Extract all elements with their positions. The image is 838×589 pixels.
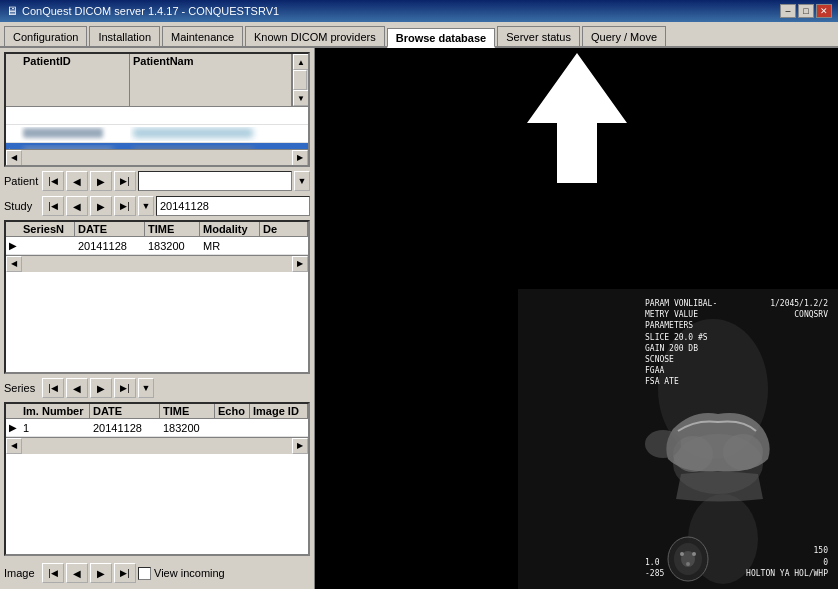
patient-table: PatientID PatientNam ▲ ▼ (4, 52, 310, 167)
image-table-hscroll[interactable]: ◀ ▶ (6, 437, 308, 453)
patient-id-cell (20, 115, 130, 117)
scroll-up-arrow[interactable]: ▲ (293, 54, 309, 70)
table-row[interactable]: ▶ 20141128 183200 MR (6, 237, 308, 255)
patient-name-header: PatientNam (130, 54, 292, 106)
patient-first-btn[interactable]: |◀ (42, 171, 64, 191)
patient-last-btn[interactable]: ▶| (114, 171, 136, 191)
tab-browse-database[interactable]: Browse database (387, 28, 495, 48)
tab-configuration[interactable]: Configuration (4, 26, 87, 46)
overlay-text-top-right: 1/2045/1.2/2 CONQSRV (770, 298, 828, 320)
overlay-text-bottom-left: 1.0 -285 (645, 557, 664, 579)
series-table-hscroll[interactable]: ◀ ▶ (6, 255, 308, 271)
patient-nav-row: Patient |◀ ◀ ▶ ▶| ▼ (4, 170, 310, 192)
image-prev-btn[interactable]: ◀ (66, 563, 88, 583)
patient-search-field[interactable] (138, 171, 292, 191)
scroll-down-arrow[interactable]: ▼ (293, 90, 309, 106)
image-last-btn[interactable]: ▶| (114, 563, 136, 583)
hscroll-right[interactable]: ▶ (292, 256, 308, 272)
main-content: PatientID PatientNam ▲ ▼ (0, 48, 838, 589)
image-table-header: Im. Number DATE TIME Echo Image ID (6, 404, 308, 419)
series-prev-btn[interactable]: ◀ (66, 378, 88, 398)
study-prev-btn[interactable]: ◀ (66, 196, 88, 216)
series-table-header: SeriesN DATE TIME Modality De (6, 222, 308, 237)
series-last-btn[interactable]: ▶| (114, 378, 136, 398)
hscroll-right[interactable]: ▶ (292, 438, 308, 454)
patient-next-btn[interactable]: ▶ (90, 171, 112, 191)
study-last-btn[interactable]: ▶| (114, 196, 136, 216)
series-date-header: DATE (75, 222, 145, 236)
row-indicator: ▶ (6, 422, 20, 433)
tab-server-status[interactable]: Server status (497, 26, 580, 46)
image-next-btn[interactable]: ▶ (90, 563, 112, 583)
image-nav-label: Image (4, 567, 40, 579)
table-row[interactable] (6, 125, 308, 143)
series-nav-label: Series (4, 382, 40, 394)
dicom-arrow-indicator (527, 53, 627, 183)
study-first-btn[interactable]: |◀ (42, 196, 64, 216)
series-first-btn[interactable]: |◀ (42, 378, 64, 398)
series-nav-row: Series |◀ ◀ ▶ ▶| ▼ (4, 377, 310, 399)
dicom-viewer: PARAM VONLIBAL- METRY VALUE PARAMETERS S… (315, 48, 838, 589)
header-indicator-spacer (6, 222, 20, 236)
scroll-thumb[interactable] (293, 70, 307, 90)
header-indicator-spacer (6, 54, 20, 106)
patient-combo-btn[interactable]: ▼ (294, 171, 310, 191)
study-next-btn[interactable]: ▶ (90, 196, 112, 216)
hscroll-left[interactable]: ◀ (6, 438, 22, 454)
patient-table-rows: ▶ (6, 107, 308, 149)
hscroll-left[interactable]: ◀ (6, 150, 22, 166)
series-combo-btn[interactable]: ▼ (138, 378, 154, 398)
series-time-header: TIME (145, 222, 200, 236)
patient-name-cell (130, 115, 308, 117)
tab-query-move[interactable]: Query / Move (582, 26, 666, 46)
app-icon: 🖥 (6, 4, 18, 18)
study-nav-row: Study |◀ ◀ ▶ ▶| ▼ 20141128 (4, 195, 310, 217)
image-date-header: DATE (90, 404, 160, 418)
image-time-cell: 183200 (160, 421, 215, 435)
image-id-cell (250, 427, 308, 429)
table-row[interactable]: ▶ 1 20141128 183200 (6, 419, 308, 437)
patient-table-hscroll[interactable]: ◀ ▶ (6, 149, 308, 165)
hscroll-right[interactable]: ▶ (292, 150, 308, 166)
tab-bar: Configuration Installation Maintenance K… (0, 22, 838, 48)
hscroll-track (22, 256, 292, 272)
image-number-header: Im. Number (20, 404, 90, 418)
maximize-button[interactable]: □ (798, 4, 814, 18)
series-time-cell: 183200 (145, 239, 200, 253)
patient-table-data: ▶ (6, 107, 308, 149)
svg-point-13 (686, 562, 690, 566)
series-next-btn[interactable]: ▶ (90, 378, 112, 398)
image-date-cell: 20141128 (90, 421, 160, 435)
image-table: Im. Number DATE TIME Echo Image ID ▶ 1 2… (4, 402, 310, 556)
view-incoming-checkbox[interactable] (138, 567, 151, 580)
minimize-button[interactable]: – (780, 4, 796, 18)
patient-table-header: PatientID PatientNam ▲ ▼ (6, 54, 308, 107)
window-title: ConQuest DICOM server 1.4.17 - CONQUESTS… (22, 5, 279, 17)
image-echo-header: Echo (215, 404, 250, 418)
title-bar-controls: – □ ✕ (780, 4, 832, 18)
series-desc-cell (260, 245, 308, 247)
hscroll-left[interactable]: ◀ (6, 256, 22, 272)
tab-maintenance[interactable]: Maintenance (162, 26, 243, 46)
image-nav-bar: Image |◀ ◀ ▶ ▶| View incoming (4, 561, 310, 585)
patient-table-vscroll[interactable]: ▲ ▼ (292, 54, 308, 106)
patient-nav-label: Patient (4, 175, 40, 187)
view-incoming-text: View incoming (154, 567, 225, 579)
series-date-cell: 20141128 (75, 239, 145, 253)
title-bar-left: 🖥 ConQuest DICOM server 1.4.17 - CONQUES… (6, 4, 279, 18)
tab-installation[interactable]: Installation (89, 26, 160, 46)
overlay-text-bottom-right: 150 0 HOLTON YA HOL/WHP (746, 545, 828, 579)
series-number-cell (20, 245, 75, 247)
patient-prev-btn[interactable]: ◀ (66, 171, 88, 191)
table-row[interactable] (6, 107, 308, 125)
hscroll-track (22, 438, 292, 454)
study-combo-btn[interactable]: ▼ (138, 196, 154, 216)
svg-point-12 (692, 552, 696, 556)
hscroll-track (22, 150, 292, 166)
image-first-btn[interactable]: |◀ (42, 563, 64, 583)
study-nav-label: Study (4, 200, 40, 212)
close-button[interactable]: ✕ (816, 4, 832, 18)
tab-known-dicom-providers[interactable]: Known DICOM providers (245, 26, 385, 46)
view-incoming-label: View incoming (138, 567, 225, 580)
left-panel: PatientID PatientNam ▲ ▼ (0, 48, 315, 589)
